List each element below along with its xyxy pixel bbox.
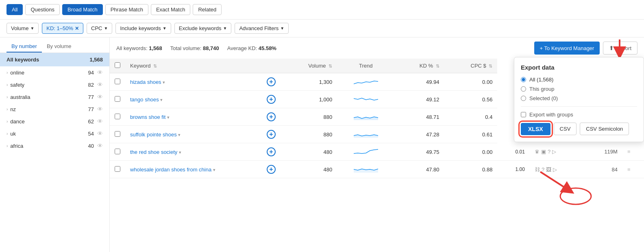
add-to-list-button[interactable]: + — [267, 77, 276, 86]
add-to-list-button[interactable]: + — [267, 112, 276, 121]
dropdown-icon: ▾ — [213, 167, 215, 172]
csv-button[interactable]: CSV — [554, 123, 577, 135]
dropdown-icon: ▾ — [163, 80, 165, 85]
chevron-right-icon: › — [7, 107, 8, 112]
cpc-cell: 0.00 — [444, 143, 498, 161]
select-all-checkbox[interactable] — [115, 62, 120, 68]
tab-by-volume[interactable]: By volume — [42, 41, 76, 53]
eye-icon[interactable]: 👁 — [97, 69, 103, 76]
row-checkbox[interactable] — [115, 96, 120, 102]
to-keyword-manager-button[interactable]: + To Keyword Manager — [534, 42, 600, 55]
volume-cell: 1,000 — [281, 91, 337, 108]
kd-column-header[interactable]: KD % ⇅ — [394, 59, 444, 73]
kd-cell: 47.28 — [394, 126, 444, 143]
image-icon: 🖼 — [546, 167, 551, 173]
svg-point-7 — [560, 188, 591, 204]
keyword-cell[interactable]: browns shoe fit ▾ — [125, 108, 262, 126]
volume-column-header[interactable]: Volume ⇅ — [281, 59, 337, 73]
export-groups-checkbox[interactable] — [521, 112, 526, 117]
row-checkbox[interactable] — [115, 149, 120, 154]
table-area: All keywords: 1,568 Total volume: 88,740… — [110, 37, 644, 252]
filter-options-bar: Volume ▼ KD: 1–50% ✕ CPC ▼ Include keywo… — [0, 20, 644, 37]
include-keywords-filter[interactable]: Include keywords ▼ — [115, 23, 171, 34]
cpc-column-header[interactable]: CPC $ ⇅ — [444, 59, 498, 73]
sidebar-item-online[interactable]: › online 94 👁 — [0, 66, 109, 79]
keyword-cell[interactable]: tango shoes ▾ — [125, 91, 262, 108]
trend-cell — [337, 161, 394, 178]
add-to-list-button[interactable]: + — [267, 165, 276, 174]
sort-icon: ⇅ — [436, 64, 439, 68]
eye-icon[interactable]: 👁 — [97, 81, 103, 88]
sidebar-item-nz[interactable]: › nz 77 👁 — [0, 103, 109, 115]
export-option-all[interactable]: All (1,568) — [521, 77, 637, 83]
volume-cell: 880 — [281, 126, 337, 143]
keyword-cell[interactable]: the red shoe society ▾ — [125, 143, 262, 161]
export-button[interactable]: ⬆ Export — [603, 42, 637, 55]
export-with-groups-option[interactable]: Export with groups — [521, 112, 637, 118]
export-selected-radio[interactable] — [521, 96, 526, 101]
eye-icon[interactable]: 👁 — [97, 118, 103, 125]
cpc-cell: 0.61 — [444, 126, 498, 143]
trend-cell — [337, 73, 394, 91]
export-all-radio[interactable] — [521, 77, 526, 82]
eye-icon[interactable]: 👁 — [97, 130, 103, 137]
tab-related[interactable]: Related — [193, 4, 222, 15]
tab-all[interactable]: All — [7, 4, 23, 15]
crown-icon: ♛ — [535, 149, 540, 155]
row-checkbox[interactable] — [115, 79, 120, 84]
volume-cell: 480 — [281, 143, 337, 161]
row-checkbox[interactable] — [115, 131, 120, 137]
add-to-list-button[interactable]: + — [267, 147, 276, 156]
xlsx-button[interactable]: XLSX — [521, 123, 550, 135]
kd-cell: 48.71 — [394, 108, 444, 126]
tab-questions[interactable]: Questions — [25, 4, 60, 15]
keyword-column-header[interactable]: Keyword ⇅ — [125, 59, 262, 73]
export-option-selected[interactable]: Selected (0) — [521, 95, 637, 101]
export-icon: ⬆ — [609, 45, 614, 51]
eye-icon[interactable]: 👁 — [97, 142, 103, 149]
sort-icon: ⇅ — [153, 64, 157, 68]
dropdown-icon: ▾ — [160, 97, 163, 102]
cpc-filter[interactable]: CPC ▼ — [87, 23, 112, 34]
advanced-filters[interactable]: Advanced Filters ▼ — [235, 23, 289, 34]
row-checkbox[interactable] — [115, 166, 120, 172]
keyword-cell[interactable]: wholesale jordan shoes from china ▾ — [125, 161, 262, 178]
tab-exact-match[interactable]: Exact Match — [151, 4, 191, 15]
csv-semicolon-button[interactable]: CSV Semicolon — [580, 123, 629, 135]
add-to-list-button[interactable]: + — [267, 130, 276, 139]
chevron-right-icon: › — [7, 83, 8, 87]
chevron-right-icon: › — [7, 131, 8, 136]
table-icon: ≡ — [622, 161, 644, 178]
tab-by-number[interactable]: By number — [7, 41, 42, 53]
trend-column-header: Trend — [337, 59, 394, 73]
feature-icons-cell: ♛ ▣ ? ▷ — [530, 143, 584, 161]
export-format-buttons: XLSX CSV CSV Semicolon — [521, 123, 637, 135]
chevron-down-icon: ▼ — [223, 26, 227, 31]
eye-icon[interactable]: 👁 — [97, 106, 103, 112]
export-group-radio[interactable] — [521, 86, 526, 92]
sidebar-item-australia[interactable]: › australia 77 👁 — [0, 91, 109, 103]
all-keywords-row[interactable]: All keywords 1,568 — [0, 53, 109, 66]
sidebar-item-africa[interactable]: › africa 40 👁 — [0, 140, 109, 152]
table-row: wholesale jordan shoes from china ▾ + 48… — [110, 161, 644, 178]
filter-tabs-bar: All Questions Broad Match Phrase Match E… — [0, 0, 644, 20]
table-header-bar: All keywords: 1,568 Total volume: 88,740… — [110, 37, 644, 59]
eye-icon[interactable]: 👁 — [97, 94, 103, 100]
keyword-cell[interactable]: suffolk pointe shoes ▾ — [125, 126, 262, 143]
sidebar-item-dance[interactable]: › dance 62 👁 — [0, 115, 109, 127]
sidebar-item-safety[interactable]: › safety 82 👁 — [0, 79, 109, 91]
svg-marker-0 — [354, 117, 378, 120]
keyword-cell[interactable]: hizada shoes ▾ — [125, 73, 262, 91]
sidebar-item-uk[interactable]: › uk 54 👁 — [0, 127, 109, 140]
volume-filter[interactable]: Volume ▼ — [7, 23, 39, 34]
exclude-keywords-filter[interactable]: Exclude keywords ▼ — [174, 23, 232, 34]
add-to-list-button[interactable]: + — [267, 95, 276, 104]
row-checkbox[interactable] — [115, 114, 120, 119]
export-option-group[interactable]: This group — [521, 86, 637, 92]
tab-broad-match[interactable]: Broad Match — [62, 4, 103, 15]
kd-filter-badge[interactable]: KD: 1–50% ✕ — [42, 23, 83, 34]
chevron-right-icon: › — [7, 95, 8, 99]
close-icon[interactable]: ✕ — [75, 26, 79, 31]
svg-marker-1 — [354, 135, 378, 138]
tab-phrase-match[interactable]: Phrase Match — [105, 4, 148, 15]
